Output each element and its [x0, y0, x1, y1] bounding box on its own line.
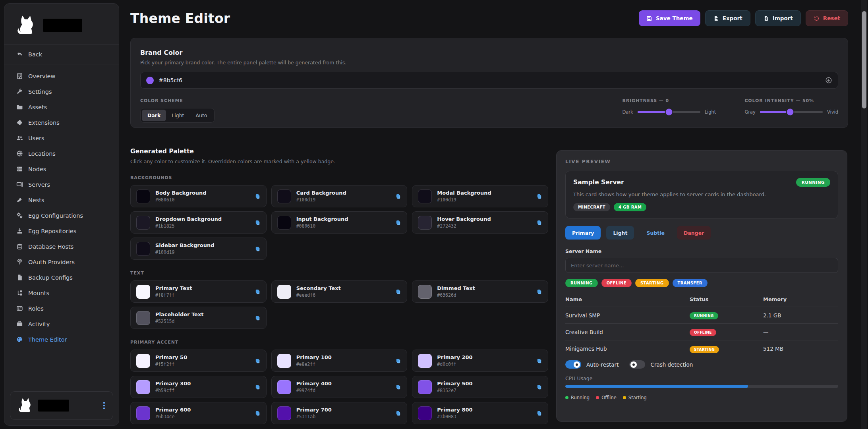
swatch-input-background[interactable]: Input Background#080610 — [271, 211, 408, 234]
page-title: Theme Editor — [130, 11, 230, 26]
export-button[interactable]: Export — [705, 10, 750, 26]
copy-icon[interactable] — [255, 315, 261, 321]
copy-icon[interactable] — [255, 193, 261, 199]
swatch-primary-700[interactable]: Primary 700#5311ab — [271, 402, 408, 424]
swatch-color — [418, 285, 432, 299]
swatch-primary-text[interactable]: Primary Text#f8f7ff — [130, 280, 267, 303]
swatch-sidebar-background[interactable]: Sidebar Background#100d19 — [130, 238, 267, 260]
sidebar-item-settings[interactable]: Settings — [4, 84, 119, 99]
preview-danger-button[interactable]: Danger — [677, 226, 711, 240]
copy-icon[interactable] — [395, 358, 401, 364]
swatch-dimmed-text[interactable]: Dimmed Text#63626d — [412, 280, 548, 303]
swatch-primary-100[interactable]: Primary 100#e8e2ff — [271, 350, 408, 372]
primary-accent-section-label: PRIMARY ACCENT — [130, 340, 548, 345]
sidebar-item-egg-configurations[interactable]: Egg Configurations — [4, 208, 119, 223]
copy-icon[interactable] — [255, 358, 261, 364]
sidebar-item-database-hosts[interactable]: Database Hosts — [4, 239, 119, 254]
swatch-hover-background[interactable]: Hover Background#272432 — [412, 211, 548, 234]
globe-icon — [16, 150, 23, 157]
swatch-primary-600[interactable]: Primary 600#6b34ce — [130, 402, 267, 424]
swatch-primary-400[interactable]: Primary 400#9974fd — [271, 376, 408, 398]
overview-icon — [16, 73, 23, 79]
brand-color-input[interactable] — [140, 72, 838, 89]
sidebar-item-users[interactable]: Users — [4, 130, 119, 146]
swatch-primary-200[interactable]: Primary 200#d0c0ff — [412, 350, 548, 372]
swatch-secondary-text[interactable]: Secondary Text#eeedf6 — [271, 280, 408, 303]
row-status-badge: RUNNING — [690, 312, 718, 319]
copy-icon[interactable] — [536, 410, 542, 416]
scrollbar-thumb[interactable] — [862, 11, 866, 108]
preview-light-button[interactable]: Light — [606, 226, 634, 240]
brightness-slider[interactable] — [638, 111, 700, 113]
save-icon — [646, 15, 652, 21]
tag-minecraft: MINECRAFT — [573, 203, 610, 211]
copy-icon[interactable] — [395, 410, 401, 416]
preview-primary-button[interactable]: Primary — [565, 226, 601, 240]
swatch-card-background[interactable]: Card Background#100d19 — [271, 185, 408, 207]
sidebar-item-servers[interactable]: Servers — [4, 177, 119, 192]
sidebar-item-overview[interactable]: Overview — [4, 68, 119, 84]
swatch-primary-500[interactable]: Primary 500#8152e7 — [412, 376, 548, 398]
intensity-slider-thumb[interactable] — [787, 109, 793, 116]
crash-detection-toggle[interactable] — [629, 360, 645, 369]
copy-icon[interactable] — [255, 410, 261, 416]
swatch-primary-50[interactable]: Primary 50#f5f2ff — [130, 350, 267, 372]
sidebar-item-back[interactable]: Back — [4, 44, 119, 64]
user-card[interactable] — [10, 391, 113, 420]
scheme-option-light[interactable]: Light — [166, 110, 189, 121]
copy-icon[interactable] — [255, 384, 261, 390]
sidebar-item-mounts[interactable]: Mounts — [4, 285, 119, 301]
copy-icon[interactable] — [395, 289, 401, 295]
sidebar-item-assets[interactable]: Assets — [4, 99, 119, 115]
color-picker-icon[interactable] — [825, 77, 832, 84]
sidebar-item-roles[interactable]: Roles — [4, 301, 119, 316]
sidebar-item-locations[interactable]: Locations — [4, 146, 119, 161]
redacted-workspace-name — [43, 19, 82, 32]
toggle-row: Auto-restart Crash detection — [565, 360, 838, 369]
sidebar-item-activity[interactable]: Activity — [4, 316, 119, 332]
preview-subtle-button[interactable]: Subtle — [640, 226, 671, 240]
copy-icon[interactable] — [395, 193, 401, 199]
scheme-option-dark[interactable]: Dark — [142, 110, 166, 121]
intensity-slider[interactable] — [760, 111, 823, 113]
brightness-slider-thumb[interactable] — [665, 109, 672, 116]
swatch-dropdown-background[interactable]: Dropdown Background#1b1825 — [130, 211, 267, 234]
page-scrollbar[interactable] — [861, 0, 867, 429]
copy-icon[interactable] — [255, 246, 261, 252]
copy-icon[interactable] — [395, 220, 401, 226]
server-name-input[interactable] — [565, 258, 838, 273]
sidebar-item-theme-editor[interactable]: Theme Editor — [4, 332, 119, 347]
swatch-color — [418, 406, 432, 420]
user-menu-kebab-icon[interactable] — [102, 400, 106, 411]
import-button[interactable]: Import — [755, 10, 801, 26]
swatch-color — [277, 354, 291, 368]
sidebar-item-egg-repositories[interactable]: Egg Repositories — [4, 223, 119, 239]
swatch-primary-300[interactable]: Primary 300#b59cff — [130, 376, 267, 398]
copy-icon[interactable] — [255, 220, 261, 226]
sidebar-item-nodes[interactable]: Nodes — [4, 161, 119, 177]
import-icon — [763, 15, 769, 21]
sidebar-item-extensions[interactable]: Extensions — [4, 115, 119, 130]
reset-button[interactable]: Reset — [806, 10, 848, 26]
sidebar-item-backup-configs[interactable]: Backup Configs — [4, 270, 119, 285]
copy-icon[interactable] — [536, 358, 542, 364]
save-theme-button[interactable]: Save Theme — [639, 10, 700, 26]
swatch-body-background[interactable]: Body Background#080610 — [130, 185, 267, 207]
swatch-modal-background[interactable]: Modal Background#100d19 — [412, 185, 548, 207]
copy-icon[interactable] — [536, 384, 542, 390]
auto-restart-toggle[interactable] — [565, 360, 581, 369]
copy-icon[interactable] — [536, 220, 542, 226]
copy-icon[interactable] — [536, 289, 542, 295]
scheme-option-auto[interactable]: Auto — [190, 110, 213, 121]
brand-color-card: Brand Color Pick your primary brand colo… — [130, 38, 848, 128]
swatch-color — [277, 406, 291, 420]
auto-restart-label: Auto-restart — [586, 361, 619, 368]
copy-icon[interactable] — [255, 289, 261, 295]
brand-color-value-field[interactable] — [159, 77, 820, 83]
swatch-primary-800[interactable]: Primary 800#3b0083 — [412, 402, 548, 424]
sidebar-item-nests[interactable]: Nests — [4, 192, 119, 208]
sidebar-item-oauth-providers[interactable]: OAuth Providers — [4, 254, 119, 270]
swatch-placeholder-text[interactable]: Placeholder Text#52515d — [130, 307, 267, 329]
copy-icon[interactable] — [395, 384, 401, 390]
copy-icon[interactable] — [536, 193, 542, 199]
